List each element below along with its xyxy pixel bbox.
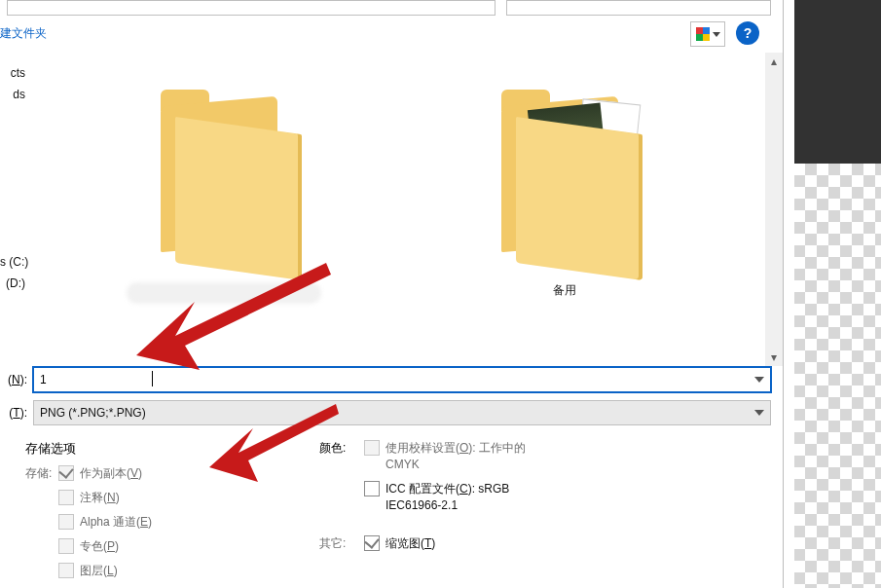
dialog-top-strip: [0, 0, 783, 18]
filetype-value: PNG (*.PNG;*.PNG): [34, 406, 749, 420]
save-group-label: 存储:: [25, 465, 52, 482]
save-options-panel: 存储选项 存储: 作为副本(V) 注释(N) Alpha 通道(E) 专色(P)…: [0, 432, 783, 588]
tree-item[interactable]: ds: [0, 84, 29, 105]
checkbox-alpha: Alpha 通道(E): [58, 514, 152, 531]
tree-item[interactable]: s (C:): [0, 251, 29, 273]
folder-tree-sidebar[interactable]: cts ds s (C:) (D:): [0, 53, 30, 366]
filename-combobox[interactable]: [33, 367, 771, 392]
save-checkbox-column: 作为副本(V) 注释(N) Alpha 通道(E) 专色(P) 图层(L): [58, 465, 152, 587]
checkbox-proof-setup: 使用校样设置(O): 工作中的 CMYK: [364, 440, 539, 473]
folder-content-pane[interactable]: 备用 ▴ ▾: [29, 53, 783, 366]
filetype-row: (T): PNG (*.PNG;*.PNG): [0, 399, 783, 426]
filename-input[interactable]: [34, 373, 749, 386]
canvas-checkerboard: [793, 164, 881, 588]
dialog-toolbar: 建文件夹 ?: [0, 18, 783, 54]
folder-label-redacted: [127, 282, 321, 304]
checkbox-thumbnail[interactable]: 缩览图(T): [364, 535, 435, 552]
vertical-scrollbar[interactable]: ▴ ▾: [765, 53, 783, 366]
stage: 建文件夹 ? cts ds s (C:) (D:): [0, 0, 881, 588]
scroll-up-icon[interactable]: ▴: [765, 53, 783, 70]
filetype-combobox[interactable]: PNG (*.PNG;*.PNG): [33, 400, 771, 425]
other-checkbox-column: 缩览图(T): [364, 535, 435, 560]
folder-label: 备用: [458, 282, 672, 299]
filetype-label: (T):: [0, 406, 29, 420]
view-mode-button[interactable]: [690, 21, 725, 47]
scroll-down-icon[interactable]: ▾: [765, 349, 783, 366]
checkbox-layers: 图层(L): [58, 563, 152, 579]
save-dialog: 建文件夹 ? cts ds s (C:) (D:): [0, 0, 783, 588]
other-group-label: 其它:: [319, 535, 346, 552]
view-mode-icon: [696, 27, 710, 41]
filename-row: (N):: [0, 366, 783, 393]
filename-label: (N):: [0, 373, 29, 386]
chevron-down-icon[interactable]: [749, 368, 770, 391]
help-icon: ?: [744, 25, 753, 41]
checkbox-as-copy[interactable]: 作为副本(V): [58, 465, 152, 482]
chevron-down-icon[interactable]: [749, 401, 770, 424]
help-button[interactable]: ?: [736, 21, 759, 45]
folder-icon: [141, 72, 307, 276]
options-header: 存储选项: [25, 440, 76, 458]
dialog-shadow-gap: [783, 0, 794, 588]
app-background-dark: [793, 0, 881, 164]
search-box-fragment[interactable]: [506, 0, 771, 16]
checkbox-icc-profile[interactable]: ICC 配置文件(C): sRGB IEC61966-2.1: [364, 481, 539, 514]
folder-item[interactable]: [117, 72, 331, 304]
new-folder-button[interactable]: 建文件夹: [0, 25, 47, 42]
tree-item[interactable]: cts: [0, 62, 29, 84]
checkbox-spot: 专色(P): [58, 538, 152, 555]
checkbox-notes: 注释(N): [58, 490, 152, 506]
color-group-label: 颜色:: [319, 440, 346, 457]
color-checkbox-column: 使用校样设置(O): 工作中的 CMYK ICC 配置文件(C): sRGB I…: [364, 440, 539, 522]
address-bar-fragment[interactable]: [7, 0, 496, 16]
folder-item[interactable]: 备用: [458, 72, 672, 299]
tree-item[interactable]: (D:): [0, 273, 29, 294]
folder-icon: [482, 72, 647, 276]
chevron-down-icon: [713, 32, 720, 37]
